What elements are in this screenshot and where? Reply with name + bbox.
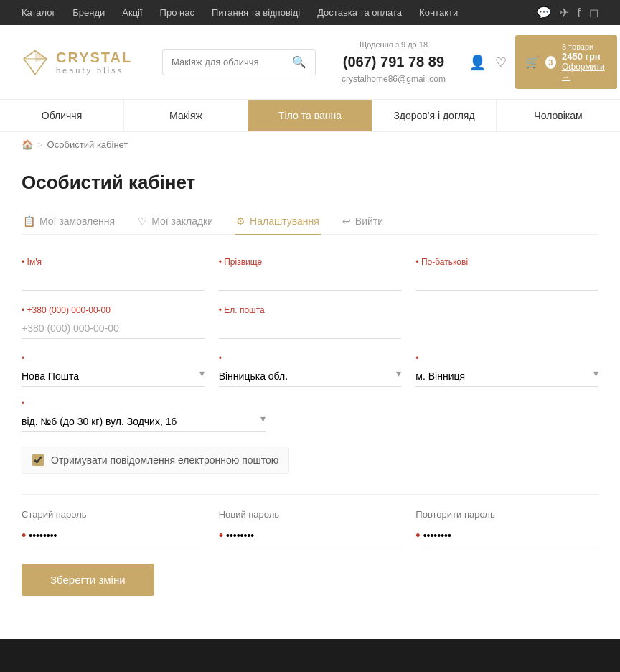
cat-nav-men[interactable]: Чоловікам [497, 100, 620, 131]
surname-input[interactable] [219, 270, 402, 291]
phone-label: • +380 (000) 000-00-00 [22, 305, 205, 315]
breadcrumb-current: Особистий кабінет [47, 139, 128, 150]
telegram-icon[interactable]: ✈ [560, 6, 569, 19]
breadcrumb-sep: > [37, 139, 43, 150]
contact-phone: (067) 791 78 89 [342, 51, 446, 73]
top-nav-brands[interactable]: Бренди [72, 7, 105, 18]
phone-field: • +380 (000) 000-00-00 [22, 305, 205, 339]
notification-row: Отримувати повідомлення електронною пошт… [22, 447, 289, 474]
notification-checkbox[interactable] [32, 454, 44, 466]
name-label: • Ім'я [22, 257, 205, 267]
facebook-icon[interactable]: f [578, 6, 581, 19]
password-section: Старий пароль • Новий пароль • Повторити… [22, 494, 598, 546]
cat-nav-body[interactable]: Тіло та ванна [248, 100, 372, 131]
surname-label: • Прізвище [219, 257, 402, 267]
password-dot-old: • [22, 528, 26, 543]
settings-form: • Ім'я • Прізвище • По-батькові • +380 (… [22, 257, 598, 596]
logo-crystal-text: CRYSTAL [56, 50, 132, 66]
notification-label[interactable]: Отримувати повідомлення електронною пошт… [51, 454, 278, 466]
top-navigation: Каталог Бренди Акції Про нас Питання та … [0, 0, 620, 25]
logo[interactable]: CRYSTAL beauty bliss [22, 49, 136, 76]
tab-wishlist[interactable]: ♡ Мої закладки [136, 208, 215, 235]
top-nav-about[interactable]: Про нас [160, 7, 194, 18]
patronymic-input[interactable] [415, 270, 598, 291]
account-tabs: 📋 Мої замовлення ♡ Мої закладки ⚙ Налашт… [22, 208, 598, 235]
old-password-label: Старий пароль [22, 509, 205, 520]
carrier-select[interactable]: Нова Пошта [22, 366, 205, 387]
top-nav-faq[interactable]: Питання та відповіді [212, 7, 300, 18]
cat-nav-face[interactable]: Обличчя [0, 100, 124, 131]
surname-field: • Прізвище [219, 257, 402, 291]
home-icon[interactable]: 🏠 [22, 139, 33, 150]
email-label: • Ел. пошта [219, 305, 402, 315]
branch-select[interactable]: від. №6 (до 30 кг) вул. Зодчих, 16 [22, 411, 266, 432]
old-password-field: Старий пароль • [22, 509, 205, 546]
contact-hours: Щоденно з 9 до 18 [342, 39, 446, 51]
search-input[interactable] [172, 57, 292, 67]
breadcrumb: 🏠 > Особистий кабінет [0, 132, 620, 157]
cat-nav-health[interactable]: Здоров'я і догляд [372, 100, 497, 131]
logo-sub-text: beauty bliss [56, 66, 132, 75]
save-button[interactable]: Зберегти зміни [22, 564, 154, 596]
new-password-field: Новий пароль • [219, 509, 402, 546]
city-field: • м. Вінниця ▾ [415, 353, 598, 387]
search-bar[interactable]: 🔍 [162, 49, 316, 75]
header-actions: 👤 ♡ 🛒 3 3 товари 2450 грн Оформити → [469, 35, 617, 89]
cart-price: 2450 грн [562, 51, 607, 62]
carrier-field: • Нова Пошта ▾ [22, 353, 205, 387]
branch-field: • від. №6 (до 30 кг) вул. Зодчих, 16 ▾ [22, 398, 266, 432]
city-select[interactable]: м. Вінниця [415, 366, 598, 387]
phone-input[interactable] [22, 318, 205, 339]
top-nav-catalog[interactable]: Каталог [22, 7, 55, 18]
viber-icon[interactable]: 💬 [537, 6, 551, 19]
branch-label: • [22, 398, 266, 409]
settings-icon: ⚙ [236, 215, 245, 227]
wishlist-icon: ♡ [138, 215, 147, 227]
repeat-password-label: Повторити пароль [415, 509, 598, 520]
logout-icon: ↩ [342, 215, 351, 227]
contact-email: crystalhome86@gmail.com [342, 73, 446, 85]
region-label: • [219, 353, 402, 363]
contact-block: Щоденно з 9 до 18 (067) 791 78 89 crysta… [342, 39, 446, 85]
site-header: CRYSTAL beauty bliss 🔍 Щоденно з 9 до 18… [0, 25, 620, 100]
main-content: Особистий кабінет 📋 Мої замовлення ♡ Мої… [0, 157, 620, 639]
category-navigation: Обличчя Макіяж Тіло та ванна Здоров'я і … [0, 100, 620, 132]
cart-checkout-label[interactable]: Оформити → [562, 62, 607, 82]
tab-orders[interactable]: 📋 Мої замовлення [22, 208, 116, 235]
patronymic-field: • По-батькові [415, 257, 598, 291]
email-field: • Ел. пошта [219, 305, 402, 339]
cart-items-label: 3 товари [562, 42, 607, 51]
site-footer: CRYSTAL beauty bliss У нашому інтернет-м… [0, 639, 620, 672]
top-nav-delivery[interactable]: Доставка та оплата [317, 7, 402, 18]
cart-icon: 🛒 [525, 55, 540, 69]
page-title: Особистий кабінет [22, 172, 598, 194]
cart-button[interactable]: 🛒 3 3 товари 2450 грн Оформити → [515, 35, 617, 89]
new-password-input[interactable] [226, 526, 401, 546]
email-input[interactable] [219, 318, 402, 339]
search-button[interactable]: 🔍 [292, 55, 306, 69]
instagram-icon[interactable]: ◻ [589, 6, 598, 19]
cat-nav-makeup[interactable]: Макіяж [124, 100, 248, 131]
old-password-input[interactable] [29, 526, 204, 546]
repeat-password-field: Повторити пароль • [415, 509, 598, 546]
top-nav-contacts[interactable]: Контакти [419, 7, 458, 18]
orders-icon: 📋 [23, 215, 35, 227]
account-button[interactable]: 👤 [469, 54, 487, 71]
diamond-icon [22, 49, 49, 76]
region-select[interactable]: Вінницька обл. [219, 366, 402, 387]
patronymic-label: • По-батькові [415, 257, 598, 267]
region-field: • Вінницька обл. ▾ [219, 353, 402, 387]
password-dot-repeat: • [415, 528, 420, 543]
carrier-label: • [22, 353, 205, 363]
repeat-password-input[interactable] [423, 526, 598, 546]
cart-count-badge: 3 [545, 56, 556, 69]
name-input[interactable] [22, 270, 205, 291]
tab-logout[interactable]: ↩ Вийти [341, 208, 385, 235]
password-dot-new: • [219, 528, 223, 543]
tab-settings[interactable]: ⚙ Налаштування [235, 208, 321, 235]
name-field: • Ім'я [22, 257, 205, 291]
top-nav-promos[interactable]: Акції [122, 7, 142, 18]
new-password-label: Новий пароль [219, 509, 402, 520]
city-label: • [415, 353, 598, 363]
wishlist-button[interactable]: ♡ [495, 55, 507, 70]
